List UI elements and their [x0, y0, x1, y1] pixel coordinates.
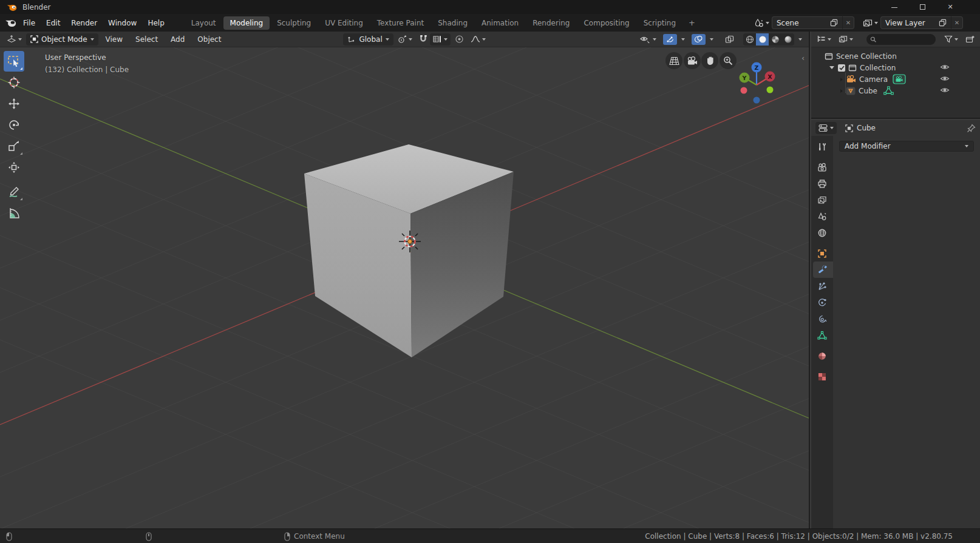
- camera-data-badge[interactable]: [893, 74, 906, 84]
- shading-solid-button[interactable]: [756, 33, 769, 46]
- menu-help[interactable]: Help: [142, 16, 169, 30]
- object-visibility-selector[interactable]: [638, 34, 659, 45]
- new-scene-copy-icon[interactable]: [830, 19, 838, 27]
- expand-arrow-icon[interactable]: [829, 66, 834, 69]
- tool-rotate[interactable]: [4, 115, 24, 135]
- tab-physics[interactable]: [811, 294, 833, 311]
- tool-transform[interactable]: [4, 157, 24, 178]
- outliner-row-camera[interactable]: Camera: [811, 73, 980, 85]
- expand-arrow-icon[interactable]: [840, 89, 843, 93]
- tab-animation[interactable]: Animation: [475, 16, 525, 30]
- tool-measure[interactable]: [4, 203, 24, 223]
- properties-editor-type-button[interactable]: [815, 122, 837, 134]
- hide-in-viewport-toggle[interactable]: [940, 63, 950, 71]
- outliner-search-box[interactable]: [866, 34, 936, 45]
- shading-wireframe-button[interactable]: [743, 33, 756, 46]
- tab-world[interactable]: [811, 224, 833, 241]
- maximize-button[interactable]: [908, 0, 936, 14]
- outliner-row-scene-collection[interactable]: Scene Collection: [811, 50, 980, 62]
- tab-tool[interactable]: [811, 138, 833, 155]
- mode-selector[interactable]: Object Mode: [26, 33, 98, 46]
- tab-render[interactable]: [811, 159, 833, 175]
- axis-y-ball[interactable]: Y: [740, 73, 750, 83]
- tab-particles[interactable]: [811, 278, 833, 294]
- collection-checkbox[interactable]: [838, 64, 845, 72]
- transform-orientation-selector[interactable]: Global: [343, 33, 393, 46]
- tab-object-data[interactable]: [811, 327, 833, 343]
- region-overlap-arrow[interactable]: ‹: [801, 53, 805, 62]
- editor-type-button[interactable]: [4, 33, 24, 45]
- pin-id-button[interactable]: [967, 124, 976, 133]
- viewport-menu-add[interactable]: Add: [165, 33, 190, 46]
- snap-toggle[interactable]: [417, 33, 428, 45]
- camera-view-button[interactable]: [684, 52, 701, 69]
- menu-edit[interactable]: Edit: [41, 16, 66, 30]
- tool-annotate[interactable]: [4, 181, 24, 202]
- tab-output[interactable]: [811, 175, 833, 192]
- tab-modifiers[interactable]: [813, 261, 833, 278]
- navigation-gizmo[interactable]: X Y Z: [732, 55, 784, 107]
- tab-modeling[interactable]: Modeling: [223, 16, 270, 30]
- hide-in-viewport-toggle[interactable]: [940, 75, 950, 83]
- menu-file[interactable]: File: [18, 16, 41, 30]
- tool-move[interactable]: [4, 93, 24, 114]
- blender-menu-icon[interactable]: [5, 18, 16, 27]
- tab-rendering[interactable]: Rendering: [526, 16, 576, 30]
- new-view-layer-copy-icon[interactable]: [939, 19, 947, 27]
- search-input[interactable]: [879, 35, 932, 44]
- tab-object[interactable]: [811, 245, 833, 261]
- show-gizmo-toggle[interactable]: [663, 34, 677, 45]
- cube-object[interactable]: [304, 144, 514, 357]
- tab-texture-paint[interactable]: Texture Paint: [370, 16, 430, 30]
- show-overlays-toggle[interactable]: [692, 34, 706, 45]
- tab-layout[interactable]: Layout: [185, 16, 223, 30]
- add-modifier-dropdown[interactable]: Add Modifier: [839, 141, 974, 152]
- mesh-data-badge[interactable]: [883, 86, 894, 95]
- remove-view-layer-button[interactable]: ✕: [951, 16, 963, 29]
- viewport-menu-select[interactable]: Select: [130, 33, 163, 46]
- menu-window[interactable]: Window: [103, 16, 142, 30]
- outliner-filter-button[interactable]: [942, 34, 961, 44]
- proportional-falloff-selector[interactable]: [468, 34, 488, 44]
- shading-rendered-button[interactable]: [781, 33, 794, 46]
- scene-name-field[interactable]: Scene: [772, 16, 842, 29]
- menu-render[interactable]: Render: [66, 16, 103, 30]
- viewport-canvas[interactable]: User Perspective (132) Collection | Cube: [0, 47, 809, 528]
- tool-scale[interactable]: [4, 136, 24, 157]
- tab-sculpting[interactable]: Sculpting: [270, 16, 318, 30]
- view-layer-name-field[interactable]: View Layer: [880, 16, 951, 29]
- tab-shading[interactable]: Shading: [431, 16, 474, 30]
- tab-constraints[interactable]: [811, 311, 833, 327]
- tool-cursor[interactable]: [4, 72, 24, 93]
- tab-texture[interactable]: [811, 368, 833, 385]
- tab-view-layer[interactable]: [811, 192, 833, 208]
- browse-view-layer-button[interactable]: [860, 19, 880, 27]
- axis-z-ball[interactable]: Z: [752, 62, 762, 73]
- outliner-row-cube[interactable]: Cube: [811, 85, 980, 96]
- shading-material-button[interactable]: [769, 33, 781, 46]
- proportional-editing-toggle[interactable]: [452, 33, 466, 45]
- tab-material[interactable]: [811, 348, 833, 364]
- shading-dropdown[interactable]: [796, 37, 805, 42]
- tool-select-box[interactable]: [4, 51, 24, 72]
- pan-view-button[interactable]: [701, 52, 718, 69]
- axis-x-ball[interactable]: X: [765, 72, 775, 82]
- tab-scene[interactable]: [811, 208, 833, 224]
- unlink-scene-button[interactable]: ✕: [842, 16, 854, 29]
- pivot-point-selector[interactable]: [395, 34, 415, 45]
- tab-uv-editing[interactable]: UV Editing: [318, 16, 370, 30]
- expand-arrow-icon[interactable]: [840, 78, 843, 81]
- new-collection-button[interactable]: [963, 34, 977, 45]
- outliner-row-collection[interactable]: Collection: [811, 62, 980, 73]
- viewport-menu-object[interactable]: Object: [192, 33, 226, 46]
- toggle-grid-button[interactable]: [665, 52, 682, 69]
- viewport-menu-view[interactable]: View: [100, 33, 128, 46]
- xray-toggle[interactable]: [723, 34, 737, 45]
- minimize-button[interactable]: [880, 0, 908, 14]
- outliner-display-mode-selector[interactable]: [814, 34, 834, 44]
- add-workspace-button[interactable]: +: [683, 16, 701, 30]
- tab-scripting[interactable]: Scripting: [637, 16, 682, 30]
- overlays-dropdown[interactable]: [707, 37, 716, 42]
- hide-in-viewport-toggle[interactable]: [940, 86, 950, 94]
- axis-minus-y-ball[interactable]: [767, 87, 774, 93]
